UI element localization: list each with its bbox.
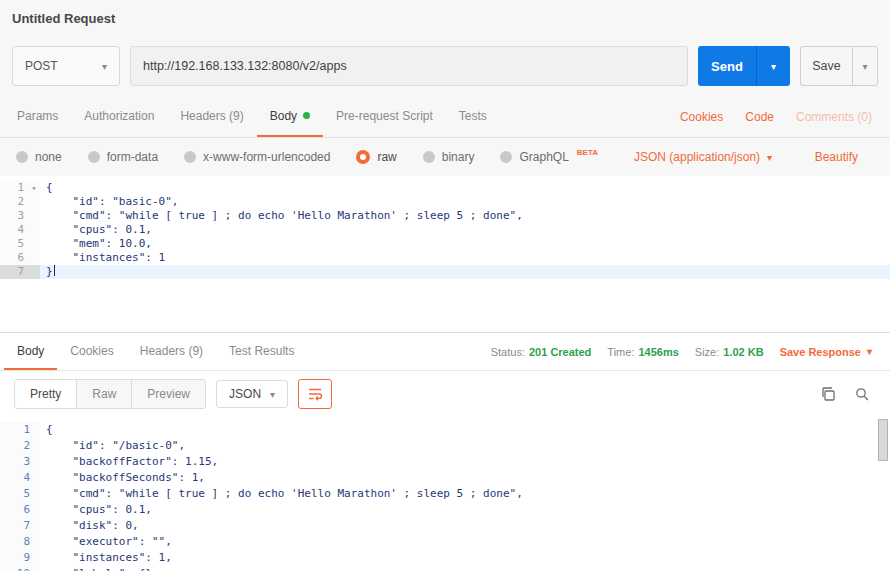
code-text: "labels": {}, (40, 566, 159, 571)
content-type-select[interactable]: JSON (application/json) ▾ (634, 150, 772, 164)
gutter: 3 (0, 209, 40, 223)
method-select[interactable]: POST ▾ (12, 46, 120, 86)
bodytype-none[interactable]: none (16, 150, 62, 164)
chevron-down-icon: ▾ (270, 389, 275, 400)
response-body-viewer[interactable]: 1 { 2 "id": "/basic-0", 3 "backoffFactor… (0, 417, 890, 571)
tab-body[interactable]: Body (257, 96, 323, 137)
gutter: 2 (0, 195, 40, 209)
code-link[interactable]: Code (745, 110, 774, 124)
copy-button[interactable] (820, 386, 836, 402)
bodytype-raw-label: raw (377, 150, 396, 164)
bodytype-binary[interactable]: binary (423, 150, 475, 164)
cookies-link[interactable]: Cookies (680, 110, 723, 124)
scrollbar-thumb[interactable] (878, 419, 888, 461)
tab-headers[interactable]: Headers (9) (167, 96, 256, 137)
beautify-link[interactable]: Beautify (815, 150, 858, 164)
tab-body-label: Body (270, 109, 297, 123)
bodytype-urlencoded[interactable]: x-www-form-urlencoded (184, 150, 330, 164)
gutter: 7 (0, 265, 40, 279)
code-line: 2 "id": "/basic-0", (0, 438, 890, 454)
status-value: 201 Created (529, 346, 591, 358)
fold-caret-icon[interactable]: ▾ (28, 181, 40, 195)
response-tab-test-results[interactable]: Test Results (216, 333, 307, 370)
view-raw[interactable]: Raw (77, 380, 132, 408)
tab-tests[interactable]: Tests (446, 96, 500, 137)
line-number: 5 (23, 486, 40, 502)
gutter: 10 (0, 566, 40, 571)
bodytype-raw[interactable]: raw (356, 150, 396, 164)
line-number: 10 (17, 566, 40, 571)
line-number: 1 (23, 422, 40, 438)
beta-badge: BETA (577, 148, 598, 157)
save-button[interactable]: Save (800, 46, 852, 86)
code-text: "id": "basic-0", (40, 195, 178, 209)
gutter: 5 (0, 486, 40, 502)
response-format-select[interactable]: JSON ▾ (216, 380, 288, 408)
url-input[interactable] (130, 46, 688, 86)
gutter: 1 (0, 422, 40, 438)
response-scrollbar (877, 419, 888, 569)
gutter: 8 (0, 534, 40, 550)
wrap-text-icon (307, 386, 323, 402)
code-text: "instances": 1, (40, 550, 172, 566)
view-preview[interactable]: Preview (132, 380, 205, 408)
bodytype-graphql-label: GraphQL (519, 150, 568, 164)
time-stat: Time:1456ms (607, 346, 678, 358)
wrap-text-button[interactable] (298, 379, 332, 409)
line-number: 9 (23, 550, 40, 566)
fold-spacer (28, 251, 40, 265)
code-text: "disk": 0, (40, 518, 139, 534)
response-tab-cookies[interactable]: Cookies (57, 333, 126, 370)
tab-params[interactable]: Params (4, 96, 71, 137)
save-response-button[interactable]: Save Response▾ (780, 346, 872, 358)
response-tab-body-label: Body (17, 344, 44, 358)
radio-selected-icon (356, 150, 370, 164)
code-text: "cpus": 0.1, (40, 502, 152, 518)
code-text: "cmd": "while [ true ] ; do echo 'Hello … (40, 486, 523, 502)
code-text: "mem": 10.0, (40, 237, 152, 251)
comments-link[interactable]: Comments (0) (796, 110, 872, 124)
response-format-value: JSON (229, 387, 261, 401)
gutter: 9 (0, 550, 40, 566)
bodytype-form-data[interactable]: form-data (88, 150, 158, 164)
save-response-label: Save Response (780, 346, 861, 358)
response-tab-body[interactable]: Body (4, 333, 57, 370)
gutter: 6 (0, 502, 40, 518)
gutter: 6 (0, 251, 40, 265)
response-tabs: Body Cookies Headers (9) Test Results St… (0, 333, 890, 371)
request-body-editor[interactable]: 1▾ { 2 "id": "basic-0", 3 "cmd": "while … (0, 176, 890, 332)
response-view-group: Pretty Raw Preview (14, 379, 206, 409)
radio-icon (423, 151, 435, 163)
line-number: 3 (17, 209, 28, 223)
response-tab-headers-label: Headers (9) (140, 344, 203, 358)
body-modified-dot (303, 112, 310, 119)
view-pretty[interactable]: Pretty (15, 380, 77, 408)
line-number: 5 (17, 237, 28, 251)
code-line: 4 "cpus": 0.1, (0, 223, 890, 237)
size-value: 1.02 KB (723, 346, 763, 358)
code-text: { (40, 181, 53, 195)
size-stat: Size:1.02 KB (695, 346, 764, 358)
radio-icon (88, 151, 100, 163)
code-text: "cmd": "while [ true ] ; do echo 'Hello … (40, 209, 523, 223)
request-side-links: Cookies Code Comments (0) (680, 96, 886, 137)
code-line: 5 "mem": 10.0, (0, 237, 890, 251)
time-value: 1456ms (638, 346, 678, 358)
bodytype-graphql[interactable]: GraphQLBETA (500, 150, 598, 164)
tab-authorization[interactable]: Authorization (71, 96, 167, 137)
search-icon (854, 386, 870, 402)
chevron-down-icon: ▾ (862, 61, 867, 72)
code-text: { (40, 422, 53, 438)
response-tab-headers[interactable]: Headers (9) (127, 333, 216, 370)
tab-prerequest-script[interactable]: Pre-request Script (323, 96, 446, 137)
save-options-caret[interactable]: ▾ (852, 46, 878, 86)
tab-authorization-label: Authorization (84, 109, 154, 123)
response-tab-testresults-label: Test Results (229, 344, 294, 358)
search-button[interactable] (854, 386, 870, 402)
fold-spacer (28, 265, 40, 279)
bodytype-none-label: none (35, 150, 62, 164)
chevron-down-icon: ▾ (102, 61, 107, 72)
send-button[interactable]: Send (698, 46, 756, 86)
send-options-caret[interactable]: ▾ (756, 46, 790, 86)
code-line: 6 "instances": 1 (0, 251, 890, 265)
